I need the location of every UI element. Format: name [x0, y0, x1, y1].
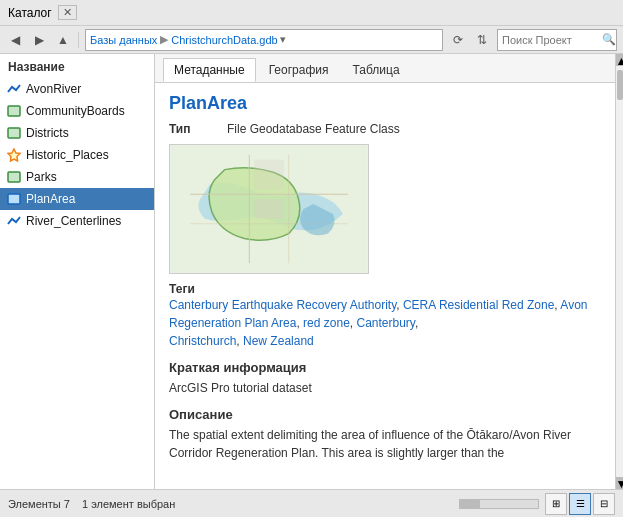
view-icon-details[interactable]: ⊟ [593, 493, 615, 515]
scrollbar-track[interactable]: ▲ ▼ [615, 54, 623, 489]
rivercenterlines-icon [6, 213, 22, 229]
up-button[interactable]: ▲ [52, 29, 74, 51]
sidebar-label-rivercenterlines: River_Centerlines [26, 214, 121, 228]
h-scrollbar-thumb[interactable] [460, 500, 480, 508]
svg-rect-10 [254, 199, 284, 219]
forward-icon: ▶ [35, 33, 44, 47]
meta-tags-row: Теги Canterbury Earthquake Recovery Auth… [169, 282, 601, 350]
type-value: File Geodatabase Feature Class [227, 122, 400, 136]
svg-rect-4 [8, 194, 20, 204]
tag-recovery-authority[interactable]: Recovery Authority [296, 298, 396, 312]
status-bar: Элементы 7 1 элемент выбран ⊞ ☰ ⊟ [0, 489, 623, 517]
sidebar-label-planarea: PlanArea [26, 192, 75, 206]
toolbar: ◀ ▶ ▲ Базы данных ▶ ChristchurchData.gdb… [0, 26, 623, 54]
sidebar-item-parks[interactable]: Parks [0, 166, 154, 188]
search-icon[interactable]: 🔍 [602, 33, 616, 46]
breadcrumb-item[interactable]: ChristchurchData.gdb [171, 34, 277, 46]
svg-rect-1 [8, 128, 20, 138]
title-close-button[interactable]: ✕ [58, 5, 77, 20]
breadcrumb-dropdown-icon[interactable]: ▾ [280, 33, 286, 46]
sort-icon: ⇅ [477, 33, 487, 47]
tab-metadata[interactable]: Метаданные [163, 58, 256, 82]
sidebar-item-planarea[interactable]: PlanArea [0, 188, 154, 210]
status-elements: Элементы 7 [8, 498, 70, 510]
historicplaces-icon [6, 147, 22, 163]
sort-button[interactable]: ⇅ [471, 29, 493, 51]
svg-rect-0 [8, 106, 20, 116]
districts-icon [6, 125, 22, 141]
title-bar: Каталог ✕ [0, 0, 623, 26]
avonriver-icon [6, 81, 22, 97]
sidebar-label-historicplaces: Historic_Places [26, 148, 109, 162]
description-value: The spatial extent delimiting the area o… [169, 426, 601, 462]
sidebar-item-communityboards[interactable]: CommunityBoards [0, 100, 154, 122]
svg-rect-3 [8, 172, 20, 182]
view-icon-list[interactable]: ☰ [569, 493, 591, 515]
scrollbar-down[interactable]: ▼ [616, 477, 624, 489]
summary-title: Краткая информация [169, 360, 601, 375]
svg-rect-11 [254, 160, 284, 190]
toolbar-sep-1 [78, 32, 79, 48]
tabs: Метаданные География Таблица [155, 54, 615, 83]
metadata-content: PlanArea Тип File Geodatabase Feature Cl… [155, 83, 615, 489]
summary-value: ArcGIS Pro tutorial dataset [169, 379, 601, 397]
map-thumbnail [169, 144, 369, 274]
h-scrollbar[interactable] [459, 499, 539, 509]
view-icons: ⊞ ☰ ⊟ [545, 493, 615, 515]
search-area[interactable]: 🔍 [497, 29, 617, 51]
sidebar-label-communityboards: CommunityBoards [26, 104, 125, 118]
meta-title: PlanArea [169, 93, 601, 114]
tags-value: Canterbury Earthquake Recovery Authority… [169, 296, 601, 350]
breadcrumb-sep-1: ▶ [160, 33, 168, 46]
sidebar-label-districts: Districts [26, 126, 69, 140]
content-panel: Метаданные География Таблица PlanArea Ти… [155, 54, 615, 489]
status-selected: 1 элемент выбран [82, 498, 175, 510]
tab-geography[interactable]: География [258, 58, 340, 82]
back-icon: ◀ [11, 33, 20, 47]
refresh-icon: ⟳ [453, 33, 463, 47]
back-button[interactable]: ◀ [4, 29, 26, 51]
planarea-icon [6, 191, 22, 207]
tag-red-zone[interactable]: red zone [303, 316, 350, 330]
svg-marker-2 [8, 149, 20, 161]
tag-canterbury[interactable]: Canterbury [356, 316, 414, 330]
sidebar-label-avonriver: AvonRiver [26, 82, 81, 96]
tag-new-zealand[interactable]: New Zealand [243, 334, 314, 348]
view-icon-grid[interactable]: ⊞ [545, 493, 567, 515]
description-title: Описание [169, 407, 601, 422]
communityboards-icon [6, 103, 22, 119]
refresh-button[interactable]: ⟳ [447, 29, 469, 51]
scrollbar-up[interactable]: ▲ [616, 54, 624, 66]
tab-table[interactable]: Таблица [342, 58, 411, 82]
sidebar-header: Название [0, 58, 154, 78]
sidebar-item-rivercenterlines[interactable]: River_Centerlines [0, 210, 154, 232]
title-bar-text: Каталог [8, 6, 52, 20]
tags-label: Теги [169, 282, 219, 296]
sidebar: Название AvonRiver CommunityBoards [0, 54, 155, 489]
tag-christchurch[interactable]: Christchurch [169, 334, 236, 348]
sidebar-item-historicplaces[interactable]: Historic_Places [0, 144, 154, 166]
tag-canterbury-earthquake[interactable]: Canterbury Earthquake [169, 298, 293, 312]
up-icon: ▲ [57, 33, 69, 47]
type-label: Тип [169, 122, 219, 136]
forward-button[interactable]: ▶ [28, 29, 50, 51]
sidebar-label-parks: Parks [26, 170, 57, 184]
parks-icon [6, 169, 22, 185]
scrollbar-thumb[interactable] [617, 70, 623, 100]
breadcrumb-root[interactable]: Базы данных [90, 34, 157, 46]
status-text-area: Элементы 7 1 элемент выбран [8, 498, 175, 510]
sidebar-item-districts[interactable]: Districts [0, 122, 154, 144]
meta-type-row: Тип File Geodatabase Feature Class [169, 122, 601, 136]
tag-cera[interactable]: CERA Residential Red Zone [403, 298, 554, 312]
breadcrumb-area[interactable]: Базы данных ▶ ChristchurchData.gdb ▾ [85, 29, 443, 51]
search-input[interactable] [502, 34, 602, 46]
main-container: Название AvonRiver CommunityBoards [0, 54, 623, 489]
sidebar-item-avonriver[interactable]: AvonRiver [0, 78, 154, 100]
